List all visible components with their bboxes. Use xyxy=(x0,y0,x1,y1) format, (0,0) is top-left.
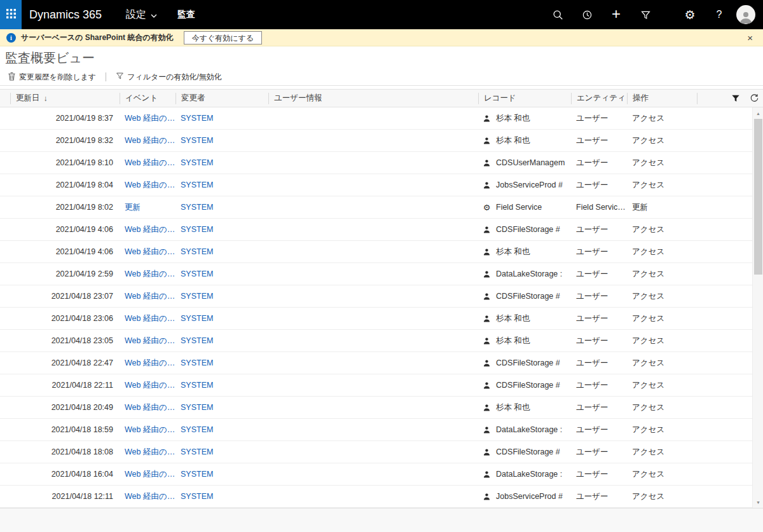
event-link[interactable]: Web 経由の… xyxy=(125,136,175,145)
cell-record[interactable]: ⚙ 杉本 和也 xyxy=(478,247,571,257)
event-link[interactable]: Web 経由の… xyxy=(125,425,175,434)
brand-title[interactable]: Dynamics 365 xyxy=(29,8,102,22)
scroll-down-button[interactable]: ▼ xyxy=(753,497,763,507)
event-link[interactable]: Web 経由の… xyxy=(125,492,175,501)
cell-record[interactable]: ⚙ 杉本 和也 xyxy=(478,336,571,346)
table-row[interactable]: 2021/04/18 23:05 Web 経由の… SYSTEM ⚙ 杉本 和也… xyxy=(0,330,763,352)
help-icon[interactable]: ? xyxy=(705,0,734,29)
column-header-event[interactable]: イベント xyxy=(120,93,175,104)
changer-link[interactable]: SYSTEM xyxy=(181,336,213,345)
column-header-user-info[interactable]: ユーザー情報 xyxy=(268,93,478,104)
scroll-up-button[interactable]: ▲ xyxy=(753,108,763,118)
cell-record[interactable]: ⚙ CDSFileStorage # xyxy=(478,381,571,390)
event-link[interactable]: Web 経由の… xyxy=(125,403,175,412)
cell-record[interactable]: ⚙ JobsServiceProd # xyxy=(478,492,571,501)
event-link[interactable]: Web 経由の… xyxy=(125,181,175,189)
recent-items-icon[interactable] xyxy=(572,0,601,29)
changer-link[interactable]: SYSTEM xyxy=(181,269,213,278)
event-link[interactable]: Web 経由の… xyxy=(125,247,175,256)
column-header-changer[interactable]: 変更者 xyxy=(175,93,268,104)
cell-record[interactable]: ⚙ 杉本 和也 xyxy=(478,313,571,324)
table-row[interactable]: 2021/04/19 4:06 Web 経由の… SYSTEM ⚙ CDSFil… xyxy=(0,219,763,241)
event-link[interactable]: Web 経由の… xyxy=(125,470,175,479)
scrollbar-thumb[interactable] xyxy=(754,119,762,275)
page-nav-label[interactable]: 監査 xyxy=(177,9,195,20)
event-link[interactable]: Web 経由の… xyxy=(125,381,175,390)
table-row[interactable]: 2021/04/18 12:11 Web 経由の… SYSTEM ⚙ JobsS… xyxy=(0,486,763,508)
cell-record[interactable]: ⚙ 杉本 和也 xyxy=(478,402,571,413)
settings-gear-icon[interactable]: ⚙ xyxy=(675,0,705,29)
cell-record[interactable]: ⚙ CDSFileStorage # xyxy=(478,225,571,235)
advanced-find-filter-icon[interactable] xyxy=(631,0,660,29)
refresh-icon[interactable] xyxy=(750,93,759,103)
column-header-entity[interactable]: エンティティ xyxy=(571,93,627,104)
cell-record[interactable]: ⚙ 杉本 和也 xyxy=(478,135,571,146)
changer-link[interactable]: SYSTEM xyxy=(181,403,213,412)
changer-link[interactable]: SYSTEM xyxy=(181,470,213,479)
table-row[interactable]: 2021/04/19 8:10 Web 経由の… SYSTEM ⚙ CDSUse… xyxy=(0,152,763,174)
table-row[interactable]: 2021/04/18 22:11 Web 経由の… SYSTEM ⚙ CDSFi… xyxy=(0,374,763,397)
close-icon[interactable]: × xyxy=(743,33,757,43)
changer-link[interactable]: SYSTEM xyxy=(181,158,213,167)
table-row[interactable]: 2021/04/18 16:04 Web 経由の… SYSTEM ⚙ DataL… xyxy=(0,463,763,486)
changer-link[interactable]: SYSTEM xyxy=(181,358,213,367)
table-row[interactable]: 2021/04/18 23:07 Web 経由の… SYSTEM ⚙ CDSFi… xyxy=(0,285,763,308)
column-header-date[interactable]: 更新日 ↓ xyxy=(10,93,120,104)
changer-link[interactable]: SYSTEM xyxy=(181,225,213,234)
table-row[interactable]: 2021/04/18 18:08 Web 経由の… SYSTEM ⚙ CDSFi… xyxy=(0,441,763,463)
delete-change-history-button[interactable]: 変更履歴を削除します xyxy=(5,71,99,84)
table-row[interactable]: 2021/04/19 8:02 更新 SYSTEM ⚙ Field Servic… xyxy=(0,196,763,219)
table-row[interactable]: 2021/04/19 2:59 Web 経由の… SYSTEM ⚙ DataLa… xyxy=(0,263,763,285)
cell-record[interactable]: ⚙ CDSFileStorage # xyxy=(478,292,571,301)
changer-link[interactable]: SYSTEM xyxy=(181,425,213,434)
event-link[interactable]: Web 経由の… xyxy=(125,225,175,234)
search-icon[interactable] xyxy=(543,0,572,29)
cell-record[interactable]: ⚙ CDSUserManagem xyxy=(478,158,571,168)
event-link[interactable]: Web 経由の… xyxy=(125,292,175,301)
cell-record[interactable]: ⚙ DataLakeStorage : xyxy=(478,425,571,435)
changer-link[interactable]: SYSTEM xyxy=(181,492,213,501)
table-row[interactable]: 2021/04/19 8:04 Web 経由の… SYSTEM ⚙ JobsSe… xyxy=(0,174,763,196)
cell-record[interactable]: ⚙ JobsServiceProd # xyxy=(478,181,571,190)
grid-filter-icon[interactable] xyxy=(731,94,740,103)
table-row[interactable]: 2021/04/18 20:49 Web 経由の… SYSTEM ⚙ 杉本 和也… xyxy=(0,397,763,419)
table-row[interactable]: 2021/04/19 4:06 Web 経由の… SYSTEM ⚙ 杉本 和也 … xyxy=(0,241,763,263)
event-link[interactable]: Web 経由の… xyxy=(125,158,175,167)
table-row[interactable]: 2021/04/18 18:59 Web 経由の… SYSTEM ⚙ DataL… xyxy=(0,419,763,441)
cell-record[interactable]: ⚙ Field Service xyxy=(478,203,571,212)
column-header-operation[interactable]: 操作 xyxy=(627,93,697,104)
cell-record[interactable]: ⚙ DataLakeStorage : xyxy=(478,470,571,479)
changer-link[interactable]: SYSTEM xyxy=(181,292,213,301)
changer-link[interactable]: SYSTEM xyxy=(181,203,213,212)
event-link[interactable]: Web 経由の… xyxy=(125,269,175,278)
vertical-scrollbar[interactable]: ▲ ▼ xyxy=(752,107,763,508)
column-header-record[interactable]: レコード xyxy=(478,93,571,104)
event-link[interactable]: Web 経由の… xyxy=(125,336,175,345)
event-link[interactable]: Web 経由の… xyxy=(125,114,175,123)
area-switcher[interactable]: 設定 xyxy=(126,8,157,22)
table-row[interactable]: 2021/04/18 22:47 Web 経由の… SYSTEM ⚙ CDSFi… xyxy=(0,352,763,374)
changer-link[interactable]: SYSTEM xyxy=(181,136,213,145)
toggle-filter-button[interactable]: フィルターの有効化/無効化 xyxy=(113,71,224,84)
cell-record[interactable]: ⚙ DataLakeStorage : xyxy=(478,269,571,279)
changer-link[interactable]: SYSTEM xyxy=(181,447,213,456)
enable-now-button[interactable]: 今すぐ有効にする xyxy=(184,31,262,44)
cell-record[interactable]: ⚙ 杉本 和也 xyxy=(478,113,571,124)
cell-record[interactable]: ⚙ CDSFileStorage # xyxy=(478,358,571,368)
user-avatar[interactable] xyxy=(736,5,755,24)
event-link[interactable]: Web 経由の… xyxy=(125,358,175,367)
changer-link[interactable]: SYSTEM xyxy=(181,181,213,189)
create-new-icon[interactable]: + xyxy=(601,0,631,29)
changer-link[interactable]: SYSTEM xyxy=(181,314,213,323)
app-launcher-button[interactable] xyxy=(0,0,22,29)
table-row[interactable]: 2021/04/19 8:37 Web 経由の… SYSTEM ⚙ 杉本 和也 … xyxy=(0,107,763,130)
changer-link[interactable]: SYSTEM xyxy=(181,247,213,256)
event-link[interactable]: Web 経由の… xyxy=(125,447,175,456)
event-link[interactable]: Web 経由の… xyxy=(125,314,175,323)
changer-link[interactable]: SYSTEM xyxy=(181,114,213,123)
table-row[interactable]: 2021/04/18 23:06 Web 経由の… SYSTEM ⚙ 杉本 和也… xyxy=(0,308,763,330)
changer-link[interactable]: SYSTEM xyxy=(181,381,213,390)
cell-record[interactable]: ⚙ CDSFileStorage # xyxy=(478,447,571,457)
table-row[interactable]: 2021/04/19 8:32 Web 経由の… SYSTEM ⚙ 杉本 和也 … xyxy=(0,130,763,152)
event-link[interactable]: 更新 xyxy=(125,203,141,212)
